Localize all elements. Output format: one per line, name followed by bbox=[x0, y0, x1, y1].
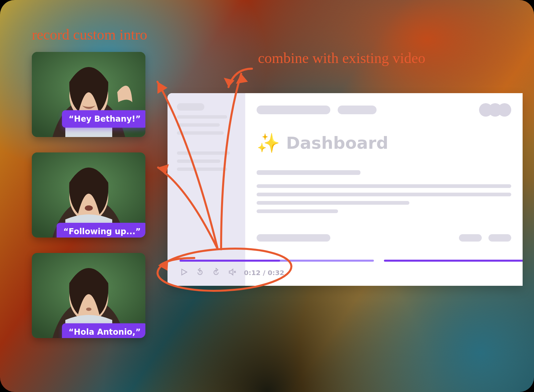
dashboard-title-row: ✨ Dashboard bbox=[257, 132, 511, 154]
svg-point-16 bbox=[86, 308, 91, 311]
existing-segment-track[interactable] bbox=[384, 260, 523, 262]
svg-point-14 bbox=[80, 291, 84, 296]
svg-point-8 bbox=[80, 191, 84, 196]
svg-marker-20 bbox=[236, 74, 248, 84]
annotation-combine-video: combine with existing video bbox=[258, 50, 425, 66]
video-timecode: 0:12 / 0:32 bbox=[244, 269, 284, 277]
content-placeholder bbox=[257, 170, 511, 213]
svg-point-9 bbox=[93, 191, 97, 196]
intro-segment-played bbox=[180, 260, 280, 262]
player-sidebar bbox=[168, 93, 245, 286]
intro-thumb-2: “Following up...” bbox=[32, 152, 145, 238]
intro-caption-2: “Following up...” bbox=[57, 223, 145, 238]
player-main: ✨ Dashboard bbox=[245, 93, 523, 286]
svg-text:5: 5 bbox=[215, 271, 217, 274]
existing-video-player: ✨ Dashboard bbox=[168, 93, 523, 286]
player-topbar bbox=[257, 93, 511, 117]
svg-marker-21 bbox=[157, 82, 168, 94]
dashboard-title: Dashboard bbox=[286, 133, 388, 153]
video-progress[interactable]: 5 5 0:12 / 0:32 bbox=[180, 260, 523, 278]
annotation-record-intro: record custom intro bbox=[32, 27, 147, 43]
play-icon[interactable] bbox=[180, 268, 188, 278]
member-avatars bbox=[479, 103, 511, 117]
svg-point-4 bbox=[93, 90, 97, 94]
mute-icon[interactable] bbox=[228, 268, 237, 278]
intro-thumb-1: “Hey Bethany!” bbox=[32, 52, 145, 137]
intro-caption-1: “Hey Bethany!” bbox=[62, 110, 145, 128]
intro-caption-3: “Hola Antonio,” bbox=[62, 323, 145, 338]
rewind-5-icon[interactable]: 5 bbox=[196, 268, 204, 278]
svg-point-15 bbox=[93, 291, 97, 296]
sparkles-icon: ✨ bbox=[257, 132, 280, 154]
avatar bbox=[498, 103, 511, 117]
intro-thumbnails: “Hey Bethany!” “Following up...” bbox=[32, 52, 145, 338]
svg-point-10 bbox=[85, 205, 93, 211]
svg-marker-24 bbox=[224, 78, 235, 87]
pill-row bbox=[257, 234, 511, 242]
player-controls: 5 5 0:12 / 0:32 bbox=[180, 268, 523, 278]
intro-thumb-3: “Hola Antonio,” bbox=[32, 253, 145, 338]
svg-text:5: 5 bbox=[199, 271, 201, 274]
feature-illustration: record custom intro combine with existin… bbox=[0, 0, 534, 392]
forward-5-icon[interactable]: 5 bbox=[212, 268, 220, 278]
svg-point-3 bbox=[80, 90, 84, 94]
svg-marker-23 bbox=[158, 260, 168, 271]
